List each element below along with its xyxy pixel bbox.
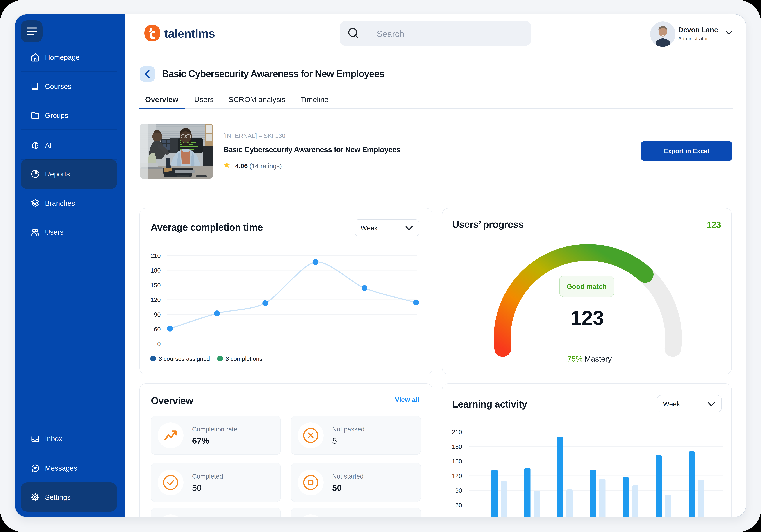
svg-text:120: 120 — [452, 473, 462, 479]
svg-text:180: 180 — [150, 267, 161, 274]
svg-text:120: 120 — [150, 296, 161, 303]
svg-text:210: 210 — [150, 252, 161, 259]
svg-text:0: 0 — [157, 341, 161, 347]
svg-text:90: 90 — [455, 487, 462, 494]
svg-text:150: 150 — [452, 458, 462, 465]
svg-text:180: 180 — [452, 443, 462, 450]
svg-text:210: 210 — [452, 429, 462, 435]
svg-text:90: 90 — [154, 311, 161, 318]
svg-text:60: 60 — [455, 502, 462, 508]
svg-text:60: 60 — [154, 326, 161, 333]
svg-text:0: 0 — [459, 516, 462, 517]
svg-text:150: 150 — [150, 282, 161, 289]
